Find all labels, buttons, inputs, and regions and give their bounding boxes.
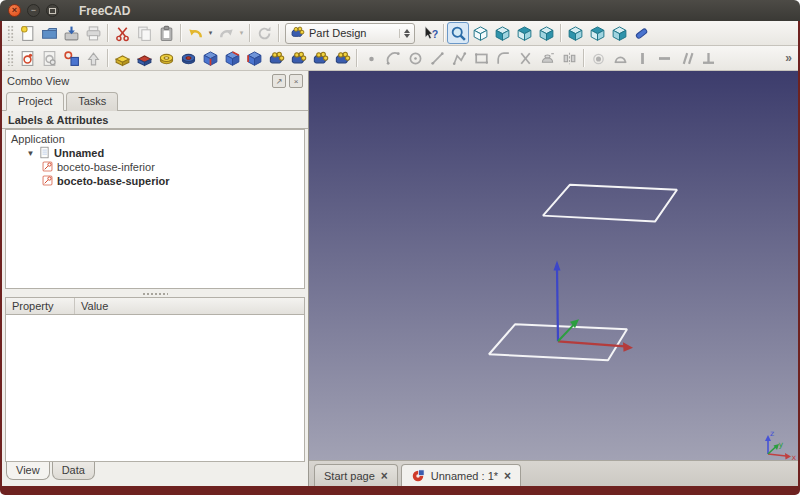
mirrored-button[interactable] — [265, 47, 287, 69]
tab-project[interactable]: Project — [6, 92, 64, 111]
fillet-button[interactable] — [199, 47, 221, 69]
external-geometry-button[interactable] — [536, 47, 558, 69]
view-left-button[interactable] — [608, 22, 630, 44]
cut-button[interactable] — [111, 22, 133, 44]
revolution-button[interactable] — [155, 47, 177, 69]
whats-this-button[interactable]: ? — [418, 22, 440, 44]
constrain-parallel-button[interactable] — [675, 47, 697, 69]
draft-button[interactable] — [243, 47, 265, 69]
constrain-perpendicular-button[interactable] — [697, 47, 719, 69]
mdi-tab-unnamed-1-[interactable]: Unnamed : 1*× — [401, 464, 521, 486]
multitransform-button[interactable] — [331, 47, 353, 69]
model-tree[interactable]: Application▼Unnamedboceto-base-inferiorb… — [5, 129, 305, 289]
constrain-vertical-button[interactable] — [631, 47, 653, 69]
linear-pattern-button[interactable] — [287, 47, 309, 69]
toolbar-separator — [278, 24, 279, 42]
window-close-button[interactable]: × — [8, 4, 21, 17]
window-maximize-button[interactable] — [46, 4, 59, 17]
view-right-button[interactable] — [535, 22, 557, 44]
expander-icon[interactable]: ▼ — [26, 149, 35, 158]
toolbar-grip[interactable] — [7, 50, 14, 66]
document-icon — [38, 146, 51, 161]
groove-button[interactable] — [177, 47, 199, 69]
open-document-button[interactable] — [38, 22, 60, 44]
measure-distance-button[interactable] — [630, 22, 652, 44]
workbench-selector[interactable]: Part Design — [285, 23, 415, 44]
redo-dropdown-button[interactable]: ▾ — [237, 29, 246, 37]
pad-button[interactable] — [111, 47, 133, 69]
document-area: z y x Start page×Unnamed : 1*× — [309, 71, 798, 486]
tree-item-boceto-base-superior[interactable]: boceto-base-superior — [6, 174, 304, 188]
panel-close-button[interactable]: × — [289, 74, 303, 88]
sketch-upper-wireframe[interactable] — [543, 185, 677, 222]
combo-view-header: Combo View ↗ × — [2, 71, 308, 91]
trim-edge-button[interactable] — [514, 47, 536, 69]
constrain-tangent-button[interactable] — [609, 47, 631, 69]
constrain-vertical-icon — [634, 50, 651, 67]
panel-splitter[interactable] — [2, 289, 308, 297]
tab-close-icon[interactable]: × — [504, 470, 511, 482]
construction-mode-button[interactable] — [558, 47, 580, 69]
constrain-coincident-button[interactable] — [587, 47, 609, 69]
title-bar[interactable]: × − FreeCAD — [0, 0, 800, 21]
mdi-tab-start-page[interactable]: Start page× — [314, 464, 398, 486]
panel-float-button[interactable]: ↗ — [272, 74, 286, 88]
chamfer-button[interactable] — [221, 47, 243, 69]
value-column-header: Value — [75, 300, 108, 312]
new-document-button[interactable] — [16, 22, 38, 44]
refresh-button[interactable] — [253, 22, 275, 44]
property-column-header: Property — [6, 298, 75, 314]
tab-data[interactable]: Data — [52, 462, 95, 480]
print-button[interactable] — [82, 22, 104, 44]
tree-item-label: boceto-base-inferior — [57, 161, 155, 173]
tab-tasks[interactable]: Tasks — [66, 92, 118, 111]
construction-mode-icon — [561, 50, 578, 67]
polar-pattern-button[interactable] — [309, 47, 331, 69]
toolbar-grip[interactable] — [7, 25, 14, 41]
view-axonometric-button[interactable] — [469, 22, 491, 44]
create-rectangle-button[interactable] — [470, 47, 492, 69]
sketch-fillet-button[interactable] — [492, 47, 514, 69]
view-front-button[interactable] — [491, 22, 513, 44]
create-polyline-button[interactable] — [448, 47, 470, 69]
redo-button[interactable] — [215, 22, 237, 44]
property-table-body[interactable] — [5, 315, 305, 462]
create-point-button[interactable] — [360, 47, 382, 69]
view-top-button[interactable] — [513, 22, 535, 44]
view-bottom-button[interactable] — [586, 22, 608, 44]
tab-close-icon[interactable]: × — [381, 470, 388, 482]
create-arc-button[interactable] — [382, 47, 404, 69]
pocket-button[interactable] — [133, 47, 155, 69]
tree-item-unnamed[interactable]: ▼Unnamed — [6, 146, 304, 160]
view-sketch-button[interactable] — [38, 47, 60, 69]
constrain-horizontal-button[interactable] — [653, 47, 675, 69]
view-data-tabs: ViewData — [2, 462, 308, 486]
svg-text:?: ? — [431, 28, 437, 40]
window-minimize-button[interactable]: − — [27, 4, 40, 17]
x-axis — [558, 341, 625, 346]
tree-item-label: Application — [11, 133, 65, 145]
fit-all-button[interactable] — [447, 22, 469, 44]
toolbar-overflow-button[interactable]: » — [782, 51, 795, 65]
tab-view[interactable]: View — [6, 462, 50, 480]
view-rear-button[interactable] — [564, 22, 586, 44]
multitransform-icon — [334, 50, 351, 67]
map-sketch-to-face-button[interactable] — [60, 47, 82, 69]
mirrored-icon — [268, 50, 285, 67]
create-circle-button[interactable] — [404, 47, 426, 69]
paste-button[interactable] — [155, 22, 177, 44]
3d-viewport[interactable]: z y x — [309, 71, 798, 460]
undo-button[interactable] — [184, 22, 206, 44]
copy-button[interactable] — [133, 22, 155, 44]
create-line-button[interactable] — [426, 47, 448, 69]
constrain-parallel-icon — [678, 50, 695, 67]
save-document-button[interactable] — [60, 22, 82, 44]
mdi-tab-bar: Start page×Unnamed : 1*× — [309, 460, 798, 486]
new-sketch-button[interactable] — [16, 47, 38, 69]
undo-dropdown-button[interactable]: ▾ — [206, 29, 215, 37]
tree-item-boceto-base-inferior[interactable]: boceto-base-inferior — [6, 160, 304, 174]
mdi-tab-label: Unnamed : 1* — [431, 470, 498, 482]
tree-item-application[interactable]: Application — [6, 132, 304, 146]
leave-sketch-button[interactable] — [82, 47, 104, 69]
refresh-icon — [256, 25, 273, 42]
